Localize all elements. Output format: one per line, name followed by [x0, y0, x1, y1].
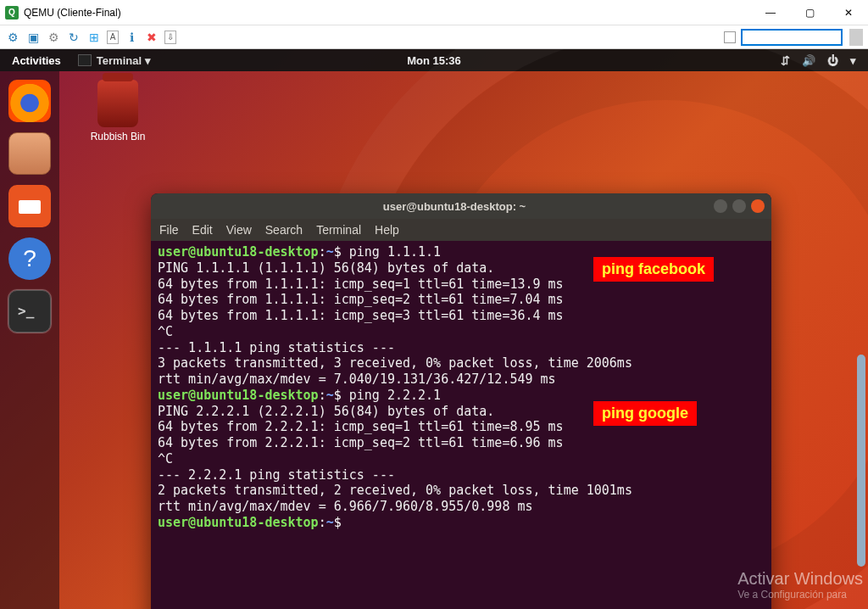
qemu-tool-info-icon[interactable]: ℹ — [124, 30, 139, 45]
qemu-app-icon: Q — [5, 6, 19, 20]
volume-icon[interactable]: 🔊 — [802, 54, 815, 67]
power-icon[interactable]: ⏻ — [827, 54, 838, 67]
app-menu-label: Terminal ▾ — [97, 54, 151, 67]
annotation-ping-google: ping google — [593, 401, 697, 426]
menu-view[interactable]: View — [226, 223, 252, 237]
chevron-down-icon[interactable]: ▾ — [850, 54, 856, 67]
clock[interactable]: Mon 15:36 — [407, 54, 461, 67]
host-window-title: QEMU (Cliente-Final) — [24, 7, 121, 19]
minimize-button[interactable]: — — [751, 0, 790, 25]
activities-button[interactable]: Activities — [0, 54, 73, 67]
menu-terminal[interactable]: Terminal — [316, 223, 361, 237]
guest-scrollbar-thumb[interactable] — [857, 355, 865, 567]
dock-software[interactable] — [8, 185, 51, 227]
dock-help[interactable]: ? — [8, 237, 51, 280]
annotation-ping-facebook: ping facebook — [593, 257, 714, 282]
qemu-tool-windows-icon[interactable]: ⊞ — [86, 30, 102, 45]
network-icon[interactable]: ⇵ — [781, 54, 790, 67]
trash-label: Rubbish Bin — [81, 131, 154, 142]
close-button[interactable]: ✕ — [829, 0, 868, 25]
qemu-tool-refresh-icon[interactable]: ↻ — [66, 30, 81, 45]
qemu-tool-display-icon[interactable]: ▣ — [25, 30, 41, 45]
qemu-tool-script-icon[interactable]: A — [107, 31, 119, 44]
app-menu-terminal[interactable]: Terminal ▾ — [73, 54, 156, 67]
guest-desktop: Activities Terminal ▾ Mon 15:36 ⇵ 🔊 ⏻ ▾ … — [0, 49, 868, 609]
maximize-button[interactable]: ▢ — [790, 0, 829, 25]
qemu-tool-settings-icon[interactable]: ⚙ — [5, 30, 20, 45]
dock: ? — [0, 71, 59, 609]
gnome-top-bar: Activities Terminal ▾ Mon 15:36 ⇵ 🔊 ⏻ ▾ — [0, 49, 868, 71]
terminal-minimize-button[interactable] — [714, 199, 727, 213]
menu-file[interactable]: File — [159, 223, 179, 237]
menu-help[interactable]: Help — [375, 223, 399, 237]
qemu-toolbar-checkbox[interactable] — [724, 31, 736, 43]
host-window-titlebar: Q QEMU (Cliente-Final) — ▢ ✕ — [0, 0, 868, 25]
terminal-icon — [78, 54, 92, 66]
qemu-tool-download-icon[interactable]: ⇩ — [164, 31, 176, 44]
menu-edit[interactable]: Edit — [192, 223, 213, 237]
dock-firefox[interactable] — [8, 80, 51, 122]
desktop-trash[interactable]: Rubbish Bin — [81, 80, 154, 142]
menu-search[interactable]: Search — [265, 223, 303, 237]
qemu-tool-stop-icon[interactable]: ✖ — [144, 30, 159, 45]
qemu-vscroll-up-icon[interactable] — [849, 29, 863, 46]
terminal-close-button[interactable] — [751, 199, 765, 213]
dock-files[interactable] — [8, 132, 51, 175]
terminal-menubar: File Edit View Search Terminal Help — [151, 219, 771, 241]
terminal-maximize-button[interactable] — [732, 199, 746, 213]
terminal-titlebar[interactable]: user@ubuntu18-desktop: ~ — [151, 193, 771, 219]
trash-icon — [97, 80, 138, 127]
dock-terminal[interactable] — [8, 290, 51, 332]
qemu-tool-gear-icon[interactable]: ⚙ — [46, 30, 61, 45]
host-window-controls: — ▢ ✕ — [751, 0, 868, 25]
terminal-title: user@ubuntu18-desktop: ~ — [202, 200, 707, 213]
qemu-toolbar-input[interactable] — [741, 29, 843, 46]
qemu-toolbar: ⚙ ▣ ⚙ ↻ ⊞ A ℹ ✖ ⇩ — [0, 25, 868, 49]
system-tray[interactable]: ⇵ 🔊 ⏻ ▾ — [781, 54, 868, 67]
